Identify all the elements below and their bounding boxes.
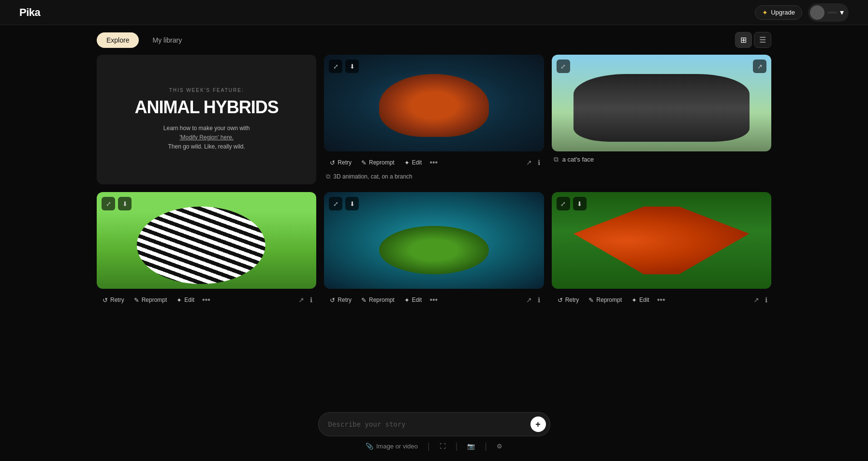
fullscreen-tool[interactable]: ⛶ [440,443,446,450]
download-button-butterfly-frog[interactable]: ⬇ [573,197,587,210]
share-icon-frog-mouse: ↗ [526,296,532,304]
user-dropdown[interactable]: ▾ [808,3,849,22]
reprompt-icon: ✎ [361,159,367,166]
add-button[interactable]: + [530,416,546,432]
expand-button-butterfly-frog[interactable]: ⤢ [557,197,570,210]
share-button-zebra[interactable]: ↗ [296,294,306,306]
reprompt-icon-zebra: ✎ [134,297,139,304]
more-button-frog-mouse[interactable]: ••• [427,294,440,306]
reprompt-label-fox-owl: Reprompt [369,159,395,166]
retry-label-butterfly-frog: Retry [565,297,579,303]
view-toggle: ⊞ ☰ [735,32,771,48]
list-icon: ☰ [759,36,766,44]
edit-button-frog-mouse[interactable]: ✦ Edit [400,295,426,306]
feature-link[interactable]: 'Modify Region' here. [179,134,234,141]
image-cows [552,55,771,151]
expand-button-fox-owl[interactable]: ⤢ [329,59,342,73]
share-icon: ↗ [526,159,532,166]
download-icon-butterfly-frog: ⬇ [577,200,582,208]
toolbar-divider-1: | [427,441,430,451]
info-button-zebra[interactable]: ℹ [308,294,314,306]
bottom-bar: + 📎 Image or video | ⛶ | 📷 | ⚙ [0,404,868,461]
card-icons-top-fox-owl: ⤢ ⬇ [329,59,359,73]
edit-button-zebra[interactable]: ✦ Edit [173,295,198,306]
expand-button-frog-mouse[interactable]: ⤢ [329,197,342,210]
feature-title: ANIMAL HYBRIDS [134,99,278,116]
edit-button-butterfly-frog[interactable]: ✦ Edit [628,295,653,306]
list-view-button[interactable]: ☰ [754,32,771,48]
edit-icon: ✦ [404,159,410,166]
download-button-zebra[interactable]: ⬇ [118,197,132,210]
tab-my-library[interactable]: My library [143,32,191,48]
prompt-tag-fox-owl: ⧉ 3D animation, cat, on a branch [324,171,544,184]
download-button-fox-owl[interactable]: ⬇ [345,59,359,73]
retry-label-frog-mouse: Retry [338,297,352,303]
media-card-inner-fox-owl: ⤢ ⬇ [324,55,544,151]
retry-label-fox-owl: Retry [338,159,352,166]
reprompt-icon-butterfly-frog: ✎ [588,297,594,304]
expand-button-cows[interactable]: ⤢ [557,59,570,73]
more-button-butterfly-frog[interactable]: ••• [655,294,667,306]
info-icon-butterfly-frog: ℹ [765,296,767,304]
retry-icon-butterfly-frog: ↺ [558,297,563,304]
camera-tool[interactable]: 📷 [467,443,475,450]
retry-button-frog-mouse[interactable]: ↺ Retry [326,295,355,306]
feature-desc-line1: Learn how to make your own with [163,125,250,132]
retry-button-fox-owl[interactable]: ↺ Retry [326,157,355,168]
settings-icon: ⚙ [497,443,502,450]
header-right: ✦ Upgrade ▾ [755,3,849,22]
logo: Pika [19,6,40,19]
clip-icon: 📎 [366,443,373,450]
add-icon: + [535,419,541,430]
reprompt-button-zebra[interactable]: ✎ Reprompt [130,295,171,306]
share-top-icon-cows: ↗ [757,63,763,70]
share-icon-butterfly-frog: ↗ [753,296,759,304]
expand-icon-cows: ⤢ [560,63,566,70]
media-card-inner-cows: ⤢ ↗ [552,55,771,151]
settings-tool[interactable]: ⚙ [497,443,502,450]
share-button-butterfly-frog[interactable]: ↗ [751,294,761,306]
retry-button-butterfly-frog[interactable]: ↺ Retry [554,295,583,306]
more-button-fox-owl[interactable]: ••• [427,156,440,169]
media-card-fox-owl: ⤢ ⬇ ↺ Retry ✎ Reprompt ✦ Edit ••• [324,55,544,184]
reprompt-button-fox-owl[interactable]: ✎ Reprompt [357,157,398,168]
toolbar-divider-2: | [456,441,458,451]
info-button-frog-mouse[interactable]: ℹ [536,294,542,306]
expand-button-zebra[interactable]: ⤢ [102,197,115,210]
media-card-inner-butterfly-frog: ⤢ ⬇ [552,192,771,289]
feature-card: THIS WEEK'S FEATURE: ANIMAL HYBRIDS Lear… [97,55,316,184]
image-video-tool[interactable]: 📎 Image or video [366,443,418,450]
edit-label-fox-owl: Edit [412,159,422,166]
edit-label-zebra: Edit [184,297,194,303]
more-icon-butterfly-frog: ••• [657,296,665,304]
download-button-frog-mouse[interactable]: ⬇ [345,197,359,210]
feature-desc-line2: Then go wild. Like, really wild. [168,143,245,150]
avatar [810,5,824,20]
share-button-fox-owl[interactable]: ↗ [524,157,534,168]
reprompt-label-zebra: Reprompt [142,297,167,303]
reprompt-label-frog-mouse: Reprompt [369,297,395,303]
main-grid: THIS WEEK'S FEATURE: ANIMAL HYBRIDS Lear… [0,55,868,318]
retry-icon: ↺ [330,159,335,166]
share-top-button-cows[interactable]: ↗ [753,59,766,73]
reprompt-button-frog-mouse[interactable]: ✎ Reprompt [357,295,398,306]
info-icon-frog-mouse: ℹ [538,296,540,304]
edit-label-frog-mouse: Edit [412,297,422,303]
retry-button-zebra[interactable]: ↺ Retry [99,295,128,306]
expand-icon: ⤢ [333,63,338,70]
grid-view-button[interactable]: ⊞ [735,32,752,48]
info-button-fox-owl[interactable]: ℹ [536,157,542,168]
prompt-text-fox-owl: 3D animation, cat, on a branch [333,173,412,180]
feature-description: Learn how to make your own with 'Modify … [163,124,250,152]
share-button-frog-mouse[interactable]: ↗ [524,294,534,306]
caption-text-cows: a cat's face [562,156,594,163]
more-button-zebra[interactable]: ••• [200,294,212,306]
edit-button-fox-owl[interactable]: ✦ Edit [400,157,426,168]
edit-icon-frog-mouse: ✦ [404,297,410,304]
story-input[interactable] [328,420,527,428]
info-button-butterfly-frog[interactable]: ℹ [763,294,769,306]
reprompt-button-butterfly-frog[interactable]: ✎ Reprompt [585,295,626,306]
tab-explore[interactable]: Explore [97,32,139,48]
media-card-inner-frog-mouse: ⤢ ⬇ [324,192,544,289]
upgrade-button[interactable]: ✦ Upgrade [755,5,802,20]
